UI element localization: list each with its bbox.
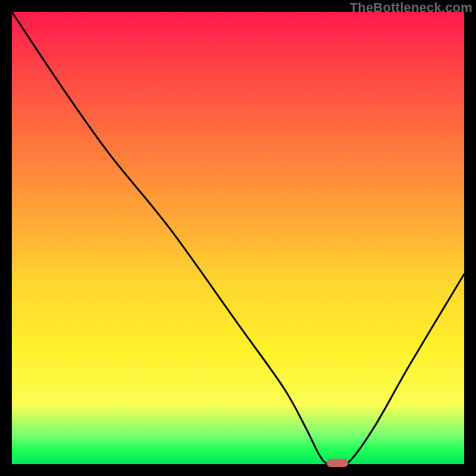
bottleneck-curve-path bbox=[12, 12, 464, 467]
chart-frame: TheBottleneck.com bbox=[0, 0, 476, 476]
optimal-marker bbox=[327, 459, 348, 467]
curve-layer bbox=[12, 12, 464, 464]
plot-area bbox=[12, 12, 464, 464]
